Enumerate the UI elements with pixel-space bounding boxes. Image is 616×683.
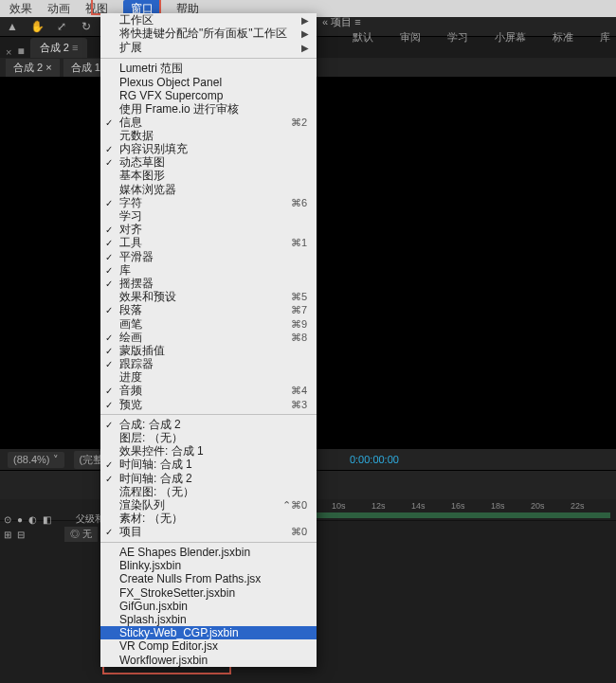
panel-menu-icon[interactable]: ■ (17, 45, 24, 58)
close-icon[interactable]: × (6, 46, 11, 58)
menu-item[interactable]: Blinky.jsxbin (100, 559, 317, 572)
menu-item-label: 预览 (119, 397, 142, 413)
check-icon: ✓ (105, 198, 113, 208)
check-icon: ✓ (105, 117, 113, 128)
ruler-tick: 10s (332, 501, 346, 511)
workspace-tab[interactable]: 小屏幕 (495, 30, 526, 45)
lock-icon[interactable]: ◐ (28, 514, 37, 525)
menu-shortcut: ⌃⌘0 (282, 499, 307, 512)
menu-item[interactable]: 扩展▶ (100, 40, 317, 55)
menu-shortcut: ⌘7 (291, 304, 307, 316)
workspace-tab[interactable]: 库 (600, 30, 610, 45)
menu-shortcut: ⌘0 (291, 526, 307, 538)
menu-item[interactable]: VR Comp Editor.jsx (100, 639, 317, 653)
menu-shortcut: ⌘3 (291, 399, 307, 411)
zoom-dropdown[interactable]: (88.4%) ˅ (8, 452, 64, 468)
menu-item-label: Plexus Object Panel (119, 76, 222, 89)
menu-item[interactable]: ✓平滑器 (100, 250, 317, 263)
check-icon: ✓ (105, 265, 113, 276)
menu-item-label: Workflower.jsxbin (119, 654, 208, 667)
menu-item[interactable]: ✓项目⌘0 (100, 526, 317, 539)
menubar-item[interactable]: 动画 (47, 1, 70, 17)
check-icon: ✓ (105, 400, 113, 410)
menu-item[interactable]: Sticky-Web_CGP.jsxbin (100, 626, 317, 639)
comp-tab[interactable]: 合成 2 ≡ (30, 38, 88, 58)
check-icon: ✓ (105, 252, 113, 262)
window-menu-dropdown: 工作区▶将快捷键分配给"所有面板"工作区▶扩展▶Lumetri 范围Plexus… (100, 13, 317, 667)
tool-selection-icon[interactable]: ▲ (4, 18, 21, 35)
work-area-bar[interactable] (315, 512, 610, 518)
menu-item-label: Blinky.jsxbin (119, 559, 181, 572)
parent-none-dropdown[interactable]: ◎ 无 (64, 527, 98, 542)
nested-tab[interactable]: 合成 2 × (6, 59, 60, 77)
menu-item[interactable]: Plexus Object Panel (100, 76, 317, 89)
tool-rotate-icon[interactable]: ↻ (78, 18, 95, 35)
workspace-tab[interactable]: 默认 (353, 30, 373, 45)
menu-shortcut: ⌘2 (291, 117, 307, 129)
menu-item-label: Lumetri 范围 (119, 61, 183, 77)
menu-item[interactable]: Lumetri 范围 (100, 62, 317, 75)
check-icon: ✓ (105, 225, 113, 235)
menu-item[interactable]: Create Nulls From Paths.jsx (100, 572, 317, 585)
menu-separator (100, 542, 317, 543)
menu-item[interactable]: GifGun.jsxbin (100, 600, 317, 613)
ruler-tick: 20s (531, 501, 545, 511)
menu-shortcut: ⌘4 (291, 385, 307, 397)
menu-item[interactable]: Splash.jsxbin (100, 613, 317, 626)
menu-shortcut: ⌘6 (291, 197, 307, 209)
menu-item-label: VR Comp Editor.jsx (119, 639, 218, 653)
menu-item-label: Splash.jsxbin (119, 613, 187, 626)
menu-separator (100, 58, 317, 59)
menu-item-label: AE Shapes Blender.jsxbin (119, 546, 250, 559)
eyeball-icon[interactable]: ⊙ (4, 514, 11, 525)
check-icon: ✓ (105, 459, 113, 470)
ruler-tick: 16s (451, 501, 465, 511)
check-icon: ✓ (105, 333, 113, 343)
menu-separator (100, 414, 317, 415)
submenu-arrow-icon: ▶ (301, 28, 309, 39)
check-icon: ✓ (105, 238, 113, 248)
menu-shortcut: ⌘5 (291, 291, 307, 303)
project-side-label: « 项目 ≡ (322, 15, 361, 29)
check-icon: ✓ (105, 527, 113, 537)
menu-item[interactable]: Workflower.jsxbin (100, 653, 317, 666)
check-icon: ✓ (105, 420, 113, 430)
check-icon: ✓ (105, 359, 113, 369)
menu-item[interactable]: FX_StrokeSetter.jsxbin (100, 586, 317, 600)
submenu-arrow-icon: ▶ (301, 15, 309, 26)
check-icon: ✓ (105, 144, 113, 154)
shy-icon[interactable]: ◧ (43, 514, 51, 525)
current-time[interactable]: 0:00:00:00 (350, 454, 399, 465)
tool-hand-icon[interactable]: ✋ (28, 18, 45, 35)
ruler-tick: 18s (491, 501, 505, 511)
submenu-arrow-icon: ▶ (301, 43, 309, 53)
menu-item[interactable]: AE Shapes Blender.jsxbin (100, 546, 317, 559)
check-icon: ✓ (105, 346, 113, 356)
tool-zoom-icon[interactable]: ⤢ (53, 18, 70, 35)
menu-item[interactable]: ✓预览⌘3 (100, 398, 317, 411)
ruler-tick: 12s (371, 501, 386, 511)
check-icon: ✓ (105, 305, 113, 315)
workspace-switcher: 默认审阅学习小屏幕标准库 (353, 30, 610, 45)
menu-item-label: FX_StrokeSetter.jsxbin (119, 586, 235, 600)
ruler-tick: 22s (571, 501, 585, 511)
workspace-tab[interactable]: 学习 (447, 30, 468, 45)
menu-item-label: 扩展 (119, 40, 142, 56)
workspace-tab[interactable]: 审阅 (400, 30, 421, 45)
solo-icon[interactable]: ● (17, 514, 23, 525)
workspace-tab[interactable]: 标准 (553, 30, 573, 45)
menu-item-label: 将快捷键分配给"所有面板"工作区 (119, 26, 287, 42)
check-icon: ✓ (105, 386, 113, 396)
menu-item-label: GifGun.jsxbin (119, 600, 188, 613)
ruler-tick: 14s (411, 501, 426, 511)
menu-item-label: 项目 (119, 524, 142, 540)
check-icon: ✓ (105, 157, 113, 168)
menu-item-label: Sticky-Web_CGP.jsxbin (119, 626, 239, 639)
menu-item[interactable]: 将快捷键分配给"所有面板"工作区▶ (100, 27, 317, 40)
menu-shortcut: ⌘9 (291, 318, 307, 331)
menubar-item[interactable]: 效果 (9, 1, 32, 17)
menu-shortcut: ⌘1 (291, 237, 307, 249)
toggle-modes-icon[interactable]: ⊟ (17, 530, 25, 540)
check-icon: ✓ (105, 474, 113, 484)
toggle-switches-icon[interactable]: ⊞ (4, 530, 11, 540)
